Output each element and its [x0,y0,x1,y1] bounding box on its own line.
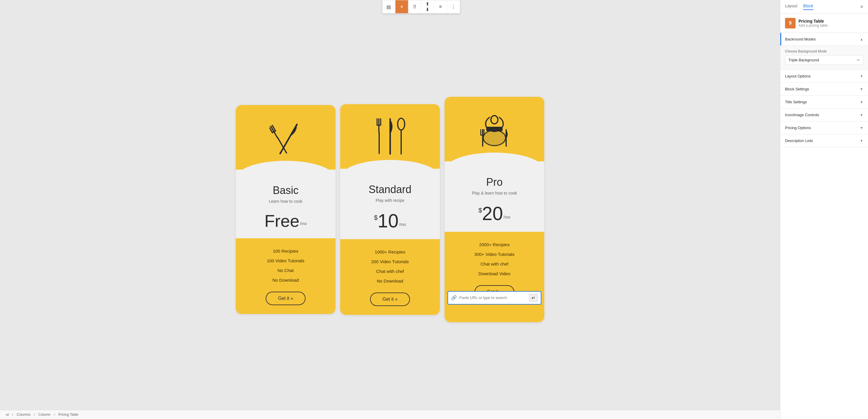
standard-feature-4: No Download [377,277,403,285]
svg-rect-7 [376,118,378,125]
svg-point-20 [492,116,497,123]
accordion-title-settings: Title Settings ▼ [780,96,868,109]
accordion-title-title-settings: Title Settings [785,100,807,104]
panel-tabs: Layout Block [785,3,813,10]
toolbar-arrows-btn[interactable]: ⬆⬇ [421,0,434,13]
standard-feature-2: 200 Video Tutorials [371,258,409,266]
svg-rect-26 [484,129,485,136]
pro-feature-2: 300+ Video Tutorials [474,250,515,258]
pro-subtitle: Play & learn how to cook [451,191,538,196]
basic-feature-1: 100 Recipies [273,247,299,255]
chevron-up-icon: ▲ [860,37,863,41]
breadcrumb-sep-1: › [34,413,35,417]
chevron-down-icon-pricing: ▼ [860,126,863,130]
pro-price-currency: $ [478,207,482,214]
layout-icon: ▤ [386,4,391,10]
accordion-content-background-modes: Choose Background Mode Triple Background… [780,46,868,69]
accordion-pricing-options: Pricing Options ▼ [780,121,868,134]
card-top-basic [236,105,336,170]
basic-get-it-button[interactable]: Get it » [266,292,306,305]
block-info-text: Pricing Table Add a pricing table. [799,19,829,28]
accordion-header-block-settings[interactable]: Block Settings ▼ [780,83,868,95]
tab-layout[interactable]: Layout [785,3,797,10]
tab-block[interactable]: Block [803,3,813,10]
breadcrumb-sep-2: › [54,413,55,417]
accordion-header-layout-options[interactable]: Layout Options ▼ [780,70,868,83]
panel-close-button[interactable]: × [860,4,863,9]
toolbar-drag-btn[interactable]: ⠿ [408,0,421,13]
standard-price: $ 10 /mo [346,212,434,230]
block-desc-label: Add a pricing table. [799,24,829,28]
url-enter-button[interactable]: ↵ [529,294,538,302]
more-icon: ⋮ [451,4,456,10]
accordion-header-title-settings[interactable]: Title Settings ▼ [780,96,868,108]
svg-point-22 [482,129,507,147]
pro-price: $ 20 /mo [451,204,538,223]
card-bottom-basic: 100 Recipies 100 Video Tutorials No Chat… [236,238,336,314]
arrows-icon: ⬆⬇ [426,1,429,12]
pro-icon [474,109,515,150]
accordion-title-block-settings: Block Settings [785,87,809,91]
accordion-header-pricing-options[interactable]: Pricing Options ▼ [780,121,868,134]
pro-feature-3: Chat with chef [480,260,508,268]
accordion-block-settings: Block Settings ▼ [780,83,868,96]
accordion-title-icon-image-controls: Icon/Image Controls [785,113,819,117]
basic-feature-3: No Chat [277,266,293,274]
basic-price-amount: Free [265,212,300,230]
breadcrumb-item-3: Pricing Table [58,413,78,417]
standard-feature-3: Chat with chef [376,267,404,275]
drag-icon: ⠿ [413,4,416,10]
standard-price-period: /mo [399,222,406,227]
basic-icon [270,117,302,158]
accordion-header-background-modes[interactable]: Backround Modes ▲ [780,33,868,46]
pricing-card-pro: Pro Play & learn how to cook $ 20 /mo 20… [444,97,544,322]
breadcrumb-item-0: ut [6,413,9,417]
chevron-down-icon-block-settings: ▼ [860,87,863,91]
pro-feature-1: 2000+ Recipies [479,241,510,248]
basic-subtitle: Learn how to cook [242,199,330,204]
accordion-title-background-modes: Backround Modes [785,37,816,41]
svg-rect-11 [401,128,402,155]
svg-rect-27 [480,135,485,136]
breadcrumb: ut › Columns › Column › Pricing Table [0,410,780,419]
link-icon: 🔗 [451,295,457,300]
url-input[interactable] [459,296,527,300]
accordion-icon-image-controls: Icon/Image Controls ▼ [780,109,868,121]
toolbar-number-btn[interactable]: 9 [395,0,408,13]
accordion-title-layout-options: Layout Options [785,74,810,78]
toolbar-layout-btn[interactable]: ▤ [382,0,395,13]
accordion-layout-options: Layout Options ▼ [780,70,868,83]
background-mode-label: Choose Background Mode [785,49,863,53]
standard-icon [372,116,408,157]
chevron-down-icon-icon-image: ▼ [860,113,863,117]
pricing-card-basic: Basic Learn how to cook Free /mo 100 Rec… [236,105,336,314]
svg-rect-10 [379,132,380,154]
standard-get-it-button[interactable]: Get it » [370,293,410,306]
standard-subtitle: Play with recipe [346,198,434,203]
background-mode-select[interactable]: Triple Background Single Background Dual… [785,55,863,65]
breadcrumb-sep-0: › [12,413,13,417]
right-panel: Layout Block × 9 Pricing Table Add a pri… [780,0,868,419]
basic-title: Basic [242,184,330,197]
standard-feature-1: 1000+ Recipies [375,248,405,256]
chevron-down-icon-title-settings: ▼ [860,100,863,104]
accordion-title-description-lists: Description Lists [785,139,813,143]
toolbar-align-btn[interactable]: ≡ [434,0,447,13]
card-middle-basic: Basic Learn how to cook Free /mo [236,170,336,238]
chevron-down-icon-layout: ▼ [860,74,863,78]
breadcrumb-item-2: Column [38,413,51,417]
basic-feature-4: No Download [272,276,299,284]
card-middle-standard: Standard Play with recipe $ 10 /mo [340,169,440,239]
accordion-header-description-lists[interactable]: Description Lists ▼ [780,134,868,147]
standard-price-currency: $ [374,214,378,221]
breadcrumb-item-1: Columns [17,413,31,417]
pricing-cards-area: Basic Learn how to cook Free /mo 100 Rec… [0,0,780,410]
accordion-header-icon-image-controls[interactable]: Icon/Image Controls ▼ [780,109,868,121]
basic-feature-2: 100 Video Tutorials [267,257,304,265]
align-icon: ≡ [439,4,442,9]
toolbar-more-btn[interactable]: ⋮ [447,0,460,13]
card-middle-pro: Pro Play & learn how to cook $ 20 /mo [444,161,544,232]
card-bottom-pro: 2000+ Recipies 300+ Video Tutorials Chat… [444,232,544,322]
block-name-label: Pricing Table [799,19,829,24]
pricing-card-standard: Standard Play with recipe $ 10 /mo 1000+… [340,104,440,315]
